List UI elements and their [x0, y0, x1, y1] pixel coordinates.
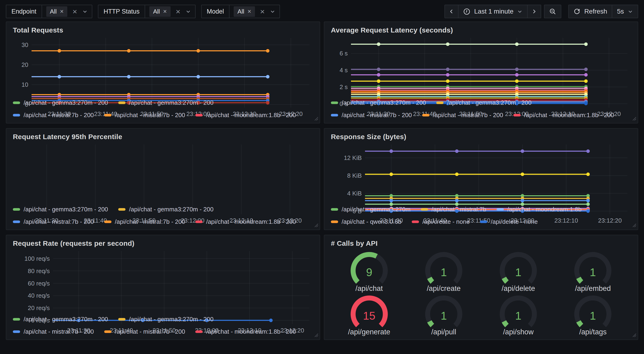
legend-item[interactable]: /api/create - none [412, 218, 470, 225]
legend-item[interactable]: /api/chat - mistral:7b - 200 [13, 328, 94, 335]
legend-series-label: /api/chat - mistral:7b [432, 206, 486, 213]
filter-http-status: HTTP StatusAll×× [98, 5, 196, 18]
chart-request-latency-p95[interactable]: 23:11:3023:11:4023:11:5023:12:0023:12:10… [12, 142, 314, 200]
refresh-interval-button[interactable]: 5s [612, 5, 638, 18]
clear-filter-icon[interactable]: × [260, 8, 265, 16]
time-range-button[interactable]: Last 1 minute [458, 5, 528, 18]
gauge-api-chat[interactable]: 9/api/chat [344, 249, 394, 293]
legend-item[interactable]: /api/chat - mistral:7b [421, 206, 486, 213]
legend-item[interactable]: /api/chat - gemma3:270m - 200 [331, 99, 426, 106]
legend-series-marker [195, 114, 202, 116]
resize-grip-icon[interactable] [314, 332, 318, 338]
chart-response-size[interactable]: 23:11:3023:11:4023:11:5023:12:0023:12:10… [330, 142, 632, 200]
legend-item[interactable]: /api/chat - moondream:1.8b - 200 [195, 328, 296, 335]
resize-grip-icon[interactable] [632, 223, 636, 228]
remove-tag-icon[interactable]: × [248, 9, 251, 15]
filter-value[interactable]: All×× [145, 5, 195, 18]
legend-series-label: /api/chat - gemma3:270m - 200 [129, 206, 213, 213]
legend-item[interactable]: /api/chat - gemma3:270m - 200 [13, 99, 108, 106]
legend-item[interactable]: /api/chat - mistral:7b - 200 [104, 328, 185, 335]
legend-item[interactable]: /api/chat - mistral:7b - 200 [422, 112, 503, 119]
legend-item[interactable]: /api/chat - mistral:7b - 200 [104, 112, 185, 119]
svg-text:4 KiB: 4 KiB [347, 190, 362, 197]
legend-series-label: /api/chat - moondream:1.8b - 200 [524, 112, 614, 119]
clear-filter-icon[interactable]: × [72, 8, 77, 16]
legend-item[interactable]: /api/chat - gemma3:270m - 200 [118, 316, 213, 323]
legend-item[interactable]: /api/chat - moondream:1.8b - 200 [195, 112, 296, 119]
gauge-api-delete[interactable]: 1/api/delete [493, 249, 544, 293]
dashboard-grid: Total Requests 23:11:3023:11:4023:11:502… [0, 20, 644, 345]
filter-bar: EndpointAll××HTTP StatusAll××ModelAll×× [6, 5, 286, 18]
zoom-out-time-button[interactable] [544, 5, 561, 18]
gauge-api-pull[interactable]: 1/api/pull [418, 293, 469, 336]
legend-item[interactable]: /api/chat - moondream:1.8b - 200 [514, 112, 614, 119]
svg-text:6 s: 6 s [340, 50, 348, 57]
resize-grip-icon[interactable] [314, 116, 318, 122]
gauge-label: /api/show [503, 328, 534, 336]
legend-series-label: /api/chat - mistral:7b - 200 [115, 218, 185, 225]
gauge-arc: 9 [344, 249, 394, 285]
legend-series-label: /api/chat - gemma3:270m - 200 [129, 99, 213, 106]
filter-value[interactable]: All×× [230, 5, 280, 18]
refresh-group: Refresh 5s [568, 5, 638, 18]
legend-item[interactable]: /api/chat - moondream:1.8b - 200 [195, 218, 296, 225]
remove-tag-icon[interactable]: × [60, 9, 64, 15]
legend-series-label: /api/chat - gemma3:270m - 200 [24, 99, 108, 106]
remove-tag-icon[interactable]: × [163, 9, 167, 15]
filter-label[interactable]: HTTP Status [98, 5, 145, 18]
legend-series-label: /api/chat - mistral:7b - 200 [24, 328, 94, 335]
resize-grip-icon[interactable] [632, 116, 636, 122]
gauge-api-create[interactable]: 1/api/create [418, 249, 469, 293]
gauge-arc: 1 [568, 293, 618, 328]
legend-item[interactable]: /api/chat - mistral:7b - 200 [331, 112, 412, 119]
legend-item[interactable]: /api/delete - none [480, 218, 538, 225]
clear-filter-icon[interactable]: × [176, 8, 180, 16]
svg-text:100 req/s: 100 req/s [24, 255, 50, 262]
filter-selected-chip[interactable]: All× [46, 6, 68, 17]
legend-series-label: /api/chat - mistral:7b - 200 [24, 112, 94, 119]
legend-series-label: /api/chat - qwen3:0.6b [342, 218, 402, 225]
filter-value[interactable]: All×× [42, 5, 92, 18]
legend-item[interactable]: /api/chat - mistral:7b - 200 [13, 112, 94, 119]
panel-total-requests: Total Requests 23:11:3023:11:4023:11:502… [6, 22, 320, 123]
filter-label[interactable]: Endpoint [6, 5, 42, 18]
legend-item[interactable]: /api/chat - qwen3:0.6b [331, 218, 402, 225]
svg-text:20: 20 [22, 61, 28, 68]
legend-item[interactable]: /api/chat - mistral:7b - 200 [13, 218, 94, 225]
legend-item[interactable]: /api/chat - gemma3:270m - 200 [118, 206, 213, 213]
panel-title: Total Requests [13, 26, 314, 34]
time-controls: Last 1 minute Refresh 5s [444, 5, 638, 18]
gauge-api-generate[interactable]: 15/api/generate [344, 293, 394, 336]
gauge-label: /api/generate [348, 328, 390, 336]
filter-label[interactable]: Model [202, 5, 230, 18]
gauge-label: /api/embed [575, 284, 611, 293]
legend-item[interactable]: /api/chat - gemma3:270m - 200 [13, 206, 108, 213]
legend-item[interactable]: /api/chat - gemma3:270m - 200 [13, 316, 108, 323]
legend-item[interactable]: /api/chat - mistral:7b - 200 [104, 218, 185, 225]
legend-series-marker [104, 114, 112, 116]
chart-average-request-latency[interactable]: 23:11:3023:11:4023:11:5023:12:0023:12:10… [330, 35, 632, 94]
legend-series-label: /api/chat - mistral:7b - 200 [433, 112, 503, 119]
panel-calls-by-api: # Calls by API 9/api/chat1/api/create1/a… [324, 235, 638, 340]
resize-grip-icon[interactable] [632, 332, 636, 338]
legend-item[interactable]: /api/chat - gemma3:270m - 200 [118, 99, 213, 106]
legend-series-marker [13, 220, 20, 223]
chart-total-requests[interactable]: 23:11:3023:11:4023:11:5023:12:0023:12:10… [12, 35, 314, 94]
legend-item[interactable]: /api/chat - gemma3:270m - 200 [436, 99, 531, 106]
legend-item[interactable]: /api/chat - moondream:1.8b [496, 206, 582, 213]
time-shift-forward-button[interactable] [527, 5, 541, 18]
legend-item[interactable]: /api/chat - gemma3:270m [331, 206, 410, 213]
filter-selected-chip[interactable]: All× [149, 6, 170, 17]
time-shift-back-button[interactable] [444, 5, 458, 18]
legend-series-marker [514, 114, 520, 116]
gauge-api-embed[interactable]: 1/api/embed [568, 249, 618, 293]
refresh-button[interactable]: Refresh [568, 5, 612, 18]
filter-selected-chip[interactable]: All× [234, 6, 255, 17]
gauge-api-show[interactable]: 1/api/show [493, 293, 544, 336]
legend-series-marker [331, 114, 338, 116]
legend-series-label: /api/chat - gemma3:270m - 200 [24, 206, 108, 213]
resize-grip-icon[interactable] [314, 223, 318, 228]
chart-request-rate[interactable]: 23:11:3023:11:4023:11:5023:12:0023:12:10… [12, 248, 314, 310]
gauge-api-tags[interactable]: 1/api/tags [568, 293, 618, 336]
legend-series-marker [422, 114, 430, 116]
